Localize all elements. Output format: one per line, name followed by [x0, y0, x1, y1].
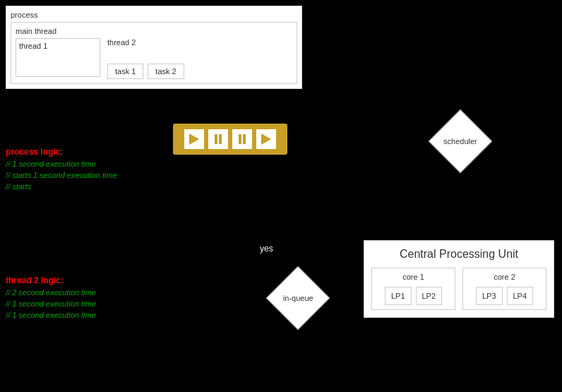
main-thread-box: main thread thread 1 thread 2 task 1 tas…: [11, 22, 297, 84]
pause-button[interactable]: [208, 129, 228, 149]
core1-label: core 1: [376, 273, 450, 281]
main-thread-label: main thread: [16, 27, 292, 35]
process-label: process: [11, 11, 297, 19]
player-controls: [173, 124, 287, 155]
core1-box: core 1 LP1 LP2: [371, 268, 455, 310]
inqueue-label: in-queue: [283, 294, 313, 302]
threads-row: thread 1 thread 2 task 1 task 2: [16, 38, 292, 79]
play-icon: [189, 133, 199, 145]
core2-label: core 2: [467, 273, 542, 281]
thread2-logic-line2: // 1 second execution time: [6, 299, 96, 308]
lp3-box: LP3: [476, 287, 503, 305]
yes-label: yes: [260, 244, 273, 254]
process-logic-title: process logic:: [6, 147, 117, 157]
tasks-row: task 1 task 2: [107, 64, 184, 79]
forward-icon: [261, 133, 271, 145]
inqueue-container: in-queue: [275, 275, 321, 321]
lp4-box: LP4: [507, 287, 534, 305]
scheduler-diamond: scheduler: [429, 109, 493, 174]
thread1-label: thread 1: [19, 42, 47, 50]
core1-lp-row: LP1 LP2: [376, 287, 450, 305]
pause-icon: [214, 134, 222, 144]
process-logic-line1: // 1 second execution time: [6, 160, 117, 168]
forward-button[interactable]: [256, 129, 276, 149]
thread2-area: thread 2 task 1 task 2: [107, 38, 184, 79]
thread1-box: thread 1: [16, 38, 100, 77]
cpu-title: Central Processing Unit: [371, 248, 546, 261]
cpu-box: Central Processing Unit core 1 LP1 LP2 c…: [364, 240, 554, 318]
core2-lp-row: LP3 LP4: [467, 287, 542, 305]
thread2-logic-section: thread 2 logic: // 2 second execution ti…: [6, 275, 96, 319]
cores-row: core 1 LP1 LP2 core 2 LP3 LP4: [371, 268, 546, 310]
thread2-logic-line1: // 2 second execution time: [6, 288, 96, 297]
process-diagram: process main thread thread 1 thread 2 ta…: [6, 6, 302, 89]
stop-button[interactable]: [232, 129, 252, 149]
process-logic-line2: // starts 1 second execution time: [6, 171, 117, 179]
thread2-logic-title: thread 2 logic:: [6, 275, 96, 285]
play-button[interactable]: [184, 129, 204, 149]
process-logic-section: process logic: // 1 second execution tim…: [6, 147, 117, 191]
process-logic-line3: // starts: [6, 182, 117, 191]
scheduler-container: scheduler: [438, 119, 483, 164]
stop-icon: [238, 134, 246, 144]
core2-box: core 2 LP3 LP4: [462, 268, 546, 310]
lp1-box: LP1: [385, 287, 412, 305]
inqueue-diamond: in-queue: [266, 266, 330, 331]
thread2-logic-line3: // 1 second execution time: [6, 311, 96, 319]
task1-box: task 1: [107, 64, 143, 79]
thread2-label: thread 2: [107, 38, 184, 47]
lp2-box: LP2: [416, 287, 443, 305]
task2-box: task 2: [148, 64, 184, 79]
scheduler-label: scheduler: [443, 137, 477, 145]
